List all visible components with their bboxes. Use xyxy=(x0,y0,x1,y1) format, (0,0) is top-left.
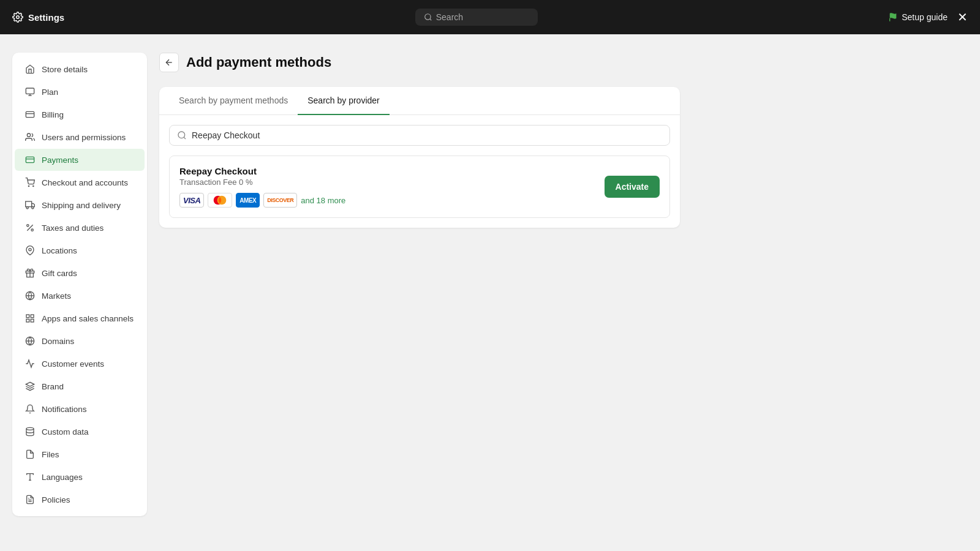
sidebar-item-markets[interactable]: Markets xyxy=(15,285,145,307)
files-icon xyxy=(24,449,36,460)
svg-point-1 xyxy=(424,14,430,20)
billing-icon xyxy=(24,109,36,120)
svg-rect-26 xyxy=(26,315,29,318)
svg-rect-10 xyxy=(26,157,34,162)
sidebar-item-payments[interactable]: Payments xyxy=(15,149,145,171)
back-button[interactable] xyxy=(159,53,179,72)
back-arrow-icon xyxy=(164,58,174,67)
payments-icon xyxy=(24,154,36,165)
settings-title: Settings xyxy=(28,12,64,23)
more-cards-link[interactable]: and 18 more xyxy=(301,196,345,205)
visa-card-icon: VISA xyxy=(179,193,204,208)
svg-rect-28 xyxy=(31,319,34,322)
discover-card-icon: DISCOVER xyxy=(263,193,297,208)
provider-fee: Transaction Fee 0 % xyxy=(179,178,345,187)
sidebar-item-shipping[interactable]: Shipping and delivery xyxy=(15,194,145,216)
svg-point-38 xyxy=(178,132,185,138)
main-layout: Store details Plan Billing Users and per… xyxy=(0,34,980,551)
svg-line-18 xyxy=(27,225,32,230)
store-icon xyxy=(24,64,36,75)
card-icons: VISA AMEX DISCOVER and 18 more xyxy=(179,193,345,208)
svg-point-12 xyxy=(28,186,29,186)
svg-point-16 xyxy=(26,207,28,209)
sidebar-item-domains[interactable]: Domains xyxy=(15,330,145,352)
sidebar: Store details Plan Billing Users and per… xyxy=(12,53,147,516)
topbar-title-area: Settings xyxy=(12,12,64,23)
page-title: Add payment methods xyxy=(186,54,331,70)
svg-rect-7 xyxy=(26,111,34,117)
sidebar-item-locations[interactable]: Locations xyxy=(15,239,145,261)
amex-card-icon: AMEX xyxy=(236,193,260,208)
sidebar-item-taxes[interactable]: Taxes and duties xyxy=(15,217,145,239)
provider-name: Reepay Checkout xyxy=(179,166,345,176)
sidebar-item-users[interactable]: Users and permissions xyxy=(15,126,145,148)
svg-line-39 xyxy=(184,137,186,139)
svg-point-13 xyxy=(33,186,34,186)
topbar-actions: Setup guide ✕ xyxy=(888,10,968,24)
setup-guide-label: Setup guide xyxy=(902,12,948,22)
provider-search-input[interactable] xyxy=(192,130,662,140)
svg-rect-29 xyxy=(26,319,29,322)
policies-icon xyxy=(24,494,36,505)
provider-info: Reepay Checkout Transaction Fee 0 % VISA… xyxy=(179,166,345,208)
topbar-search[interactable]: Search xyxy=(415,9,538,26)
tab-by-payment[interactable]: Search by payment methods xyxy=(169,87,298,115)
svg-point-32 xyxy=(26,427,34,430)
search-container xyxy=(159,115,680,156)
search-input-wrap[interactable] xyxy=(169,125,670,146)
taxes-icon xyxy=(24,222,36,233)
svg-point-0 xyxy=(17,16,20,19)
sidebar-item-apps[interactable]: Apps and sales channels xyxy=(15,307,145,329)
svg-point-9 xyxy=(27,133,30,137)
sidebar-item-billing[interactable]: Billing xyxy=(15,103,145,126)
gear-icon xyxy=(12,12,23,23)
page-header: Add payment methods xyxy=(159,53,968,72)
users-icon xyxy=(24,132,36,143)
activate-button[interactable]: Activate xyxy=(605,176,660,198)
sidebar-item-notifications[interactable]: Notifications xyxy=(15,398,145,420)
close-button[interactable]: ✕ xyxy=(957,10,968,24)
sidebar-item-custom-data[interactable]: Custom data xyxy=(15,421,145,443)
notifications-icon xyxy=(24,403,36,414)
locations-icon xyxy=(24,245,36,256)
svg-marker-15 xyxy=(32,203,35,206)
setup-guide-button[interactable]: Setup guide xyxy=(888,12,948,22)
svg-point-20 xyxy=(31,229,33,231)
sidebar-item-brand[interactable]: Brand xyxy=(15,375,145,397)
provider-result: Reepay Checkout Transaction Fee 0 % VISA… xyxy=(169,156,670,218)
sidebar-item-customer-events[interactable]: Customer events xyxy=(15,353,145,375)
sidebar-item-languages[interactable]: Languages xyxy=(15,466,145,488)
sidebar-item-store-details[interactable]: Store details xyxy=(15,58,145,80)
tabs-row: Search by payment methods Search by prov… xyxy=(159,87,680,115)
sidebar-item-gift-cards[interactable]: Gift cards xyxy=(15,262,145,284)
customer-events-icon xyxy=(24,358,36,369)
tab-by-provider[interactable]: Search by provider xyxy=(298,87,390,115)
svg-line-2 xyxy=(429,19,431,21)
svg-rect-14 xyxy=(26,201,32,207)
search-placeholder: Search xyxy=(436,12,463,22)
markets-icon xyxy=(24,290,36,301)
svg-point-19 xyxy=(27,225,29,227)
flag-icon xyxy=(888,12,898,22)
sidebar-item-files[interactable]: Files xyxy=(15,443,145,465)
topbar: Settings Search Setup guide ✕ xyxy=(0,0,980,34)
svg-point-21 xyxy=(29,249,31,251)
search-icon xyxy=(424,13,432,21)
sidebar-item-plan[interactable]: Plan xyxy=(15,81,145,103)
svg-rect-27 xyxy=(31,315,34,318)
gift-cards-icon xyxy=(24,268,36,279)
mastercard-icon xyxy=(208,193,232,208)
svg-rect-4 xyxy=(26,88,34,94)
plan-icon xyxy=(24,86,36,97)
apps-icon xyxy=(24,313,36,324)
payment-methods-card: Search by payment methods Search by prov… xyxy=(159,87,680,228)
svg-point-17 xyxy=(32,207,34,209)
languages-icon xyxy=(24,471,36,482)
sidebar-item-checkout[interactable]: Checkout and accounts xyxy=(15,171,145,193)
brand-icon xyxy=(24,381,36,392)
main-content: Add payment methods Search by payment me… xyxy=(159,53,968,533)
checkout-icon xyxy=(24,177,36,188)
custom-data-icon xyxy=(24,426,36,437)
shipping-icon xyxy=(24,200,36,211)
sidebar-item-policies[interactable]: Policies xyxy=(15,489,145,511)
